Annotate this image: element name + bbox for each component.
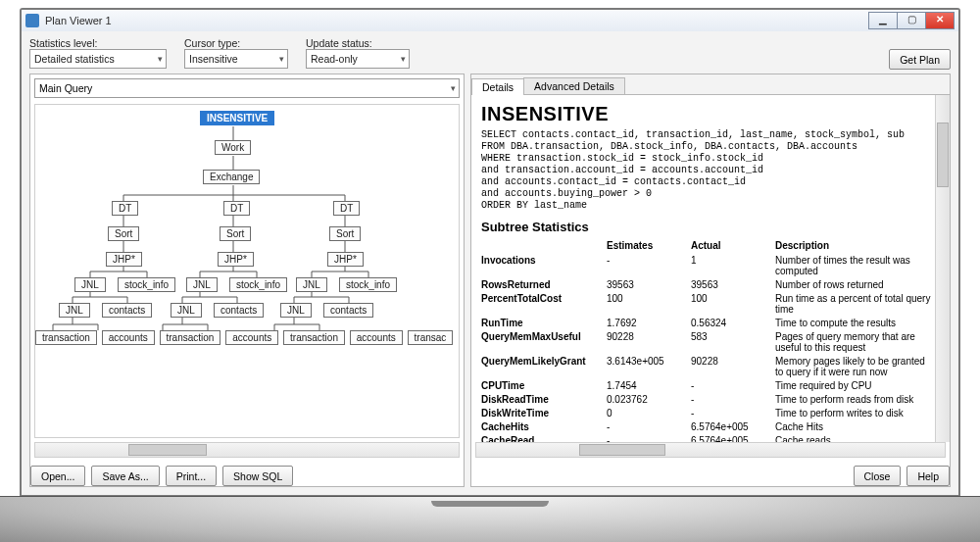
plan-node-stockinfo[interactable]: stock_info	[118, 277, 175, 292]
update-status-dropdown[interactable]: Read-only	[306, 49, 410, 69]
scrollbar-thumb[interactable]	[937, 123, 949, 187]
stat-estimate: 39563	[607, 277, 691, 291]
plan-node-stockinfo[interactable]: stock_info	[339, 277, 397, 292]
stats-level-label: Statistics level:	[29, 37, 167, 49]
details-horizontal-scrollbar[interactable]	[475, 442, 946, 458]
stat-estimate: -	[607, 253, 691, 277]
stat-description: Time to perform reads from disk	[775, 392, 940, 406]
stat-estimate: 1.7454	[607, 378, 691, 392]
show-sql-button[interactable]: Show SQL	[222, 466, 293, 486]
stat-estimate: -	[607, 419, 691, 433]
plan-node-contacts[interactable]: contacts	[323, 303, 373, 318]
plan-node-dt[interactable]: DT	[112, 201, 138, 216]
table-row: CacheRead-6.5764e+005Cache reads	[481, 433, 940, 442]
stat-actual: 90228	[691, 354, 775, 378]
window-title: Plan Viewer 1	[45, 15, 112, 26]
plan-node-jhp[interactable]: JHP*	[218, 252, 254, 267]
open-button[interactable]: Open...	[30, 466, 85, 486]
plan-node-contacts[interactable]: contacts	[102, 303, 152, 318]
plan-node-jhp[interactable]: JHP*	[327, 252, 364, 267]
stat-description: Time required by CPU	[775, 378, 940, 392]
plan-node-transaction[interactable]: transac	[408, 330, 454, 345]
stat-name: CacheRead	[481, 433, 607, 442]
plan-node-jnl[interactable]: JNL	[59, 303, 90, 318]
query-select-dropdown[interactable]: Main Query	[34, 78, 460, 98]
plan-node-stockinfo[interactable]: stock_info	[229, 277, 287, 292]
save-as-button[interactable]: Save As...	[91, 466, 159, 486]
stat-estimate: 100	[607, 291, 691, 316]
stat-description: Pages of query memory that are useful to…	[775, 329, 940, 354]
open-label: Open...	[41, 470, 74, 482]
plan-node-jnl[interactable]: JNL	[186, 277, 218, 292]
cursor-type-dropdown[interactable]: Insensitive	[184, 49, 288, 69]
stat-description: Run time as a percent of total query tim…	[775, 291, 940, 316]
stat-estimate: 90228	[607, 329, 691, 354]
window-titlebar: Plan Viewer 1 ▁ ▢ ✕	[22, 10, 958, 32]
query-select-value: Main Query	[39, 82, 92, 94]
plan-node-accounts[interactable]: accounts	[102, 330, 155, 345]
plan-node-jnl[interactable]: JNL	[74, 277, 106, 292]
plan-node-exchange[interactable]: Exchange	[203, 170, 260, 184]
plan-node-jnl[interactable]: JNL	[296, 277, 327, 292]
table-row: CPUTime1.7454-Time required by CPU	[481, 378, 940, 392]
help-label: Help	[917, 470, 939, 482]
plan-node-contacts[interactable]: contacts	[214, 303, 264, 318]
stat-name: DiskWriteTime	[481, 406, 607, 419]
help-button[interactable]: Help	[906, 466, 950, 486]
plan-tree-pane: Main Query	[29, 74, 465, 487]
stat-estimate: 0.023762	[607, 392, 691, 406]
stat-name: CPUTime	[481, 378, 607, 392]
plan-node-jhp[interactable]: JHP*	[106, 252, 142, 267]
print-label: Print...	[176, 470, 206, 482]
details-heading: INSENSITIVE	[481, 103, 940, 125]
print-button[interactable]: Print...	[166, 466, 217, 486]
cursor-type-value: Insensitive	[189, 53, 238, 65]
window-close-button[interactable]: ✕	[926, 12, 955, 29]
plan-node-work[interactable]: Work	[215, 140, 251, 155]
plan-node-transaction[interactable]: transaction	[283, 330, 345, 345]
subtree-statistics-heading: Subtree Statistics	[481, 220, 940, 234]
stat-description: Time to compute the results	[775, 316, 940, 329]
plan-node-accounts[interactable]: accounts	[225, 330, 278, 345]
plan-node-dt[interactable]: DT	[333, 201, 360, 216]
col-estimates: Estimates	[607, 238, 691, 253]
toolbar: Statistics level: Detailed statistics Cu…	[29, 37, 951, 70]
stat-name: RunTime	[481, 316, 607, 329]
tab-advanced-label: Advanced Details	[534, 80, 614, 92]
stat-name: QueryMemMaxUseful	[481, 329, 607, 354]
tab-details[interactable]: Details	[471, 78, 524, 95]
col-actual: Actual	[691, 238, 775, 253]
stat-actual: 0.56324	[691, 316, 775, 329]
plan-node-transaction[interactable]: transaction	[160, 330, 221, 345]
table-row: DiskWriteTime0-Time to perform writes to…	[481, 406, 940, 419]
tab-advanced-details[interactable]: Advanced Details	[523, 77, 625, 94]
plan-node-root[interactable]: INSENSITIVE	[200, 111, 274, 125]
plan-node-sort[interactable]: Sort	[108, 226, 139, 241]
save-as-label: Save As...	[102, 470, 148, 482]
plan-node-transaction[interactable]: transaction	[35, 330, 97, 345]
get-plan-button[interactable]: Get Plan	[889, 49, 951, 70]
app-icon	[25, 14, 39, 27]
stat-actual: 100	[691, 291, 775, 316]
vertical-scrollbar[interactable]	[935, 95, 950, 442]
plan-node-jnl[interactable]: JNL	[280, 303, 312, 318]
plan-node-sort[interactable]: Sort	[329, 226, 361, 241]
plan-node-sort[interactable]: Sort	[220, 226, 251, 241]
table-row: PercentTotalCost100100Run time as a perc…	[481, 291, 940, 316]
window-maximize-button[interactable]: ▢	[898, 12, 926, 29]
stat-actual: 6.5764e+005	[691, 419, 775, 433]
plan-node-dt[interactable]: DT	[223, 201, 250, 216]
stat-name: QueryMemLikelyGrant	[481, 354, 607, 378]
stat-actual: -	[691, 378, 775, 392]
table-row: CacheHits-6.5764e+005Cache Hits	[481, 419, 940, 433]
details-pane: Details Advanced Details INSENSITIVE SEL…	[470, 74, 951, 487]
close-button[interactable]: Close	[854, 466, 902, 486]
stat-name: CacheHits	[481, 419, 607, 433]
plan-node-jnl[interactable]: JNL	[171, 303, 202, 318]
stats-level-dropdown[interactable]: Detailed statistics	[29, 49, 167, 69]
window-minimize-button[interactable]: ▁	[868, 12, 898, 29]
plan-tree-viewport[interactable]: INSENSITIVE Work Exchange DT DT DT Sort …	[34, 104, 460, 438]
sql-text: SELECT contacts.contact_id, transaction_…	[481, 129, 940, 212]
plan-node-accounts[interactable]: accounts	[350, 330, 403, 345]
horizontal-scrollbar[interactable]	[34, 442, 460, 458]
